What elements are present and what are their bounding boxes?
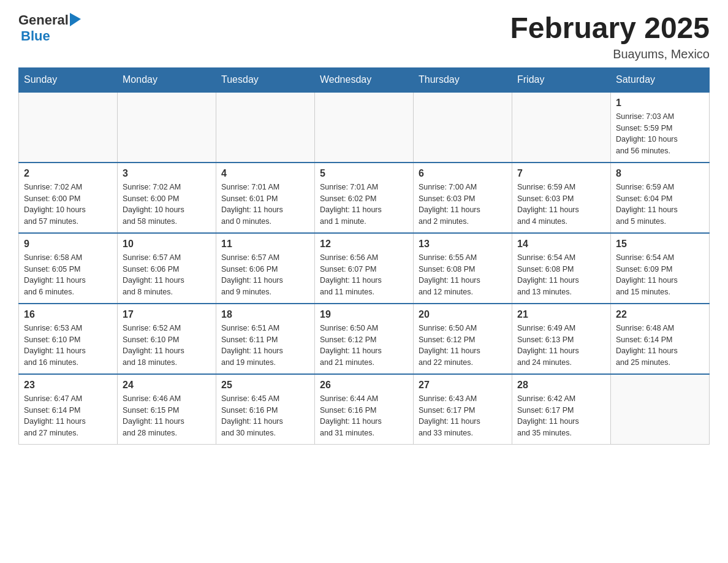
day-number: 4 — [221, 168, 309, 179]
logo-triangle-icon — [70, 13, 81, 26]
day-info: Sunrise: 7:01 AM Sunset: 6:01 PM Dayligh… — [221, 182, 309, 228]
day-number: 26 — [320, 380, 408, 391]
calendar-cell — [611, 374, 710, 445]
day-number: 13 — [419, 239, 507, 250]
calendar-cell: 7Sunrise: 6:59 AM Sunset: 6:03 PM Daylig… — [512, 163, 611, 233]
day-number: 1 — [616, 98, 704, 109]
month-title: February 2025 — [510, 12, 710, 45]
calendar-table: SundayMondayTuesdayWednesdayThursdayFrid… — [18, 67, 710, 445]
day-info: Sunrise: 6:43 AM Sunset: 6:17 PM Dayligh… — [419, 393, 507, 439]
day-number: 24 — [123, 380, 211, 391]
day-info: Sunrise: 7:00 AM Sunset: 6:03 PM Dayligh… — [419, 182, 507, 228]
day-info: Sunrise: 6:45 AM Sunset: 6:16 PM Dayligh… — [221, 393, 309, 439]
day-info: Sunrise: 7:01 AM Sunset: 6:02 PM Dayligh… — [320, 182, 408, 228]
location: Buayums, Mexico — [510, 47, 710, 61]
day-info: Sunrise: 6:59 AM Sunset: 6:04 PM Dayligh… — [616, 182, 704, 228]
calendar-cell: 4Sunrise: 7:01 AM Sunset: 6:01 PM Daylig… — [216, 163, 315, 233]
logo: General Blue — [18, 12, 81, 44]
day-number: 12 — [320, 239, 408, 250]
calendar-cell: 21Sunrise: 6:49 AM Sunset: 6:13 PM Dayli… — [512, 304, 611, 374]
day-number: 14 — [517, 239, 605, 250]
day-info: Sunrise: 6:42 AM Sunset: 6:17 PM Dayligh… — [517, 393, 605, 439]
day-info: Sunrise: 7:02 AM Sunset: 6:00 PM Dayligh… — [24, 182, 112, 228]
calendar-cell: 13Sunrise: 6:55 AM Sunset: 6:08 PM Dayli… — [414, 233, 512, 304]
day-number: 10 — [123, 239, 211, 250]
weekday-header-wednesday: Wednesday — [315, 67, 414, 92]
calendar-cell: 19Sunrise: 6:50 AM Sunset: 6:12 PM Dayli… — [315, 304, 414, 374]
calendar-cell: 25Sunrise: 6:45 AM Sunset: 6:16 PM Dayli… — [216, 374, 315, 445]
title-block: February 2025 Buayums, Mexico — [510, 12, 710, 61]
calendar-cell: 2Sunrise: 7:02 AM Sunset: 6:00 PM Daylig… — [19, 163, 118, 233]
calendar-cell — [216, 92, 315, 163]
week-row-5: 23Sunrise: 6:47 AM Sunset: 6:14 PM Dayli… — [19, 374, 710, 445]
calendar-cell: 12Sunrise: 6:56 AM Sunset: 6:07 PM Dayli… — [315, 233, 414, 304]
calendar-cell: 11Sunrise: 6:57 AM Sunset: 6:06 PM Dayli… — [216, 233, 315, 304]
calendar-cell: 15Sunrise: 6:54 AM Sunset: 6:09 PM Dayli… — [611, 233, 710, 304]
calendar-cell — [512, 92, 611, 163]
day-info: Sunrise: 6:56 AM Sunset: 6:07 PM Dayligh… — [320, 252, 408, 298]
calendar-cell: 17Sunrise: 6:52 AM Sunset: 6:10 PM Dayli… — [118, 304, 216, 374]
logo-general: General — [18, 12, 69, 28]
weekday-header-tuesday: Tuesday — [216, 67, 315, 92]
weekday-header-sunday: Sunday — [19, 67, 118, 92]
day-number: 20 — [419, 309, 507, 320]
calendar-cell: 24Sunrise: 6:46 AM Sunset: 6:15 PM Dayli… — [118, 374, 216, 445]
calendar-cell: 3Sunrise: 7:02 AM Sunset: 6:00 PM Daylig… — [118, 163, 216, 233]
day-number: 11 — [221, 239, 309, 250]
calendar-cell: 1Sunrise: 7:03 AM Sunset: 5:59 PM Daylig… — [611, 92, 710, 163]
week-row-3: 9Sunrise: 6:58 AM Sunset: 6:05 PM Daylig… — [19, 233, 710, 304]
calendar-cell: 10Sunrise: 6:57 AM Sunset: 6:06 PM Dayli… — [118, 233, 216, 304]
calendar-cell: 18Sunrise: 6:51 AM Sunset: 6:11 PM Dayli… — [216, 304, 315, 374]
day-info: Sunrise: 6:52 AM Sunset: 6:10 PM Dayligh… — [123, 323, 211, 369]
day-info: Sunrise: 6:47 AM Sunset: 6:14 PM Dayligh… — [24, 393, 112, 439]
weekday-header-row: SundayMondayTuesdayWednesdayThursdayFrid… — [19, 67, 710, 92]
day-number: 25 — [221, 380, 309, 391]
calendar-cell — [19, 92, 118, 163]
day-info: Sunrise: 6:58 AM Sunset: 6:05 PM Dayligh… — [24, 252, 112, 298]
day-info: Sunrise: 6:50 AM Sunset: 6:12 PM Dayligh… — [320, 323, 408, 369]
calendar-cell: 27Sunrise: 6:43 AM Sunset: 6:17 PM Dayli… — [414, 374, 512, 445]
day-number: 5 — [320, 168, 408, 179]
day-number: 19 — [320, 309, 408, 320]
calendar-cell: 14Sunrise: 6:54 AM Sunset: 6:08 PM Dayli… — [512, 233, 611, 304]
calendar-cell — [315, 92, 414, 163]
weekday-header-thursday: Thursday — [414, 67, 512, 92]
week-row-1: 1Sunrise: 7:03 AM Sunset: 5:59 PM Daylig… — [19, 92, 710, 163]
calendar-cell: 23Sunrise: 6:47 AM Sunset: 6:14 PM Dayli… — [19, 374, 118, 445]
day-info: Sunrise: 6:53 AM Sunset: 6:10 PM Dayligh… — [24, 323, 112, 369]
calendar-cell: 22Sunrise: 6:48 AM Sunset: 6:14 PM Dayli… — [611, 304, 710, 374]
day-number: 7 — [517, 168, 605, 179]
day-info: Sunrise: 6:48 AM Sunset: 6:14 PM Dayligh… — [616, 323, 704, 369]
calendar-cell: 6Sunrise: 7:00 AM Sunset: 6:03 PM Daylig… — [414, 163, 512, 233]
day-number: 9 — [24, 239, 112, 250]
logo-blue: Blue — [21, 28, 50, 44]
week-row-4: 16Sunrise: 6:53 AM Sunset: 6:10 PM Dayli… — [19, 304, 710, 374]
day-number: 22 — [616, 309, 704, 320]
calendar-cell: 16Sunrise: 6:53 AM Sunset: 6:10 PM Dayli… — [19, 304, 118, 374]
day-info: Sunrise: 6:55 AM Sunset: 6:08 PM Dayligh… — [419, 252, 507, 298]
day-info: Sunrise: 6:57 AM Sunset: 6:06 PM Dayligh… — [123, 252, 211, 298]
day-number: 23 — [24, 380, 112, 391]
day-number: 6 — [419, 168, 507, 179]
day-info: Sunrise: 7:03 AM Sunset: 5:59 PM Dayligh… — [616, 111, 704, 157]
day-info: Sunrise: 6:44 AM Sunset: 6:16 PM Dayligh… — [320, 393, 408, 439]
day-number: 16 — [24, 309, 112, 320]
calendar-cell: 9Sunrise: 6:58 AM Sunset: 6:05 PM Daylig… — [19, 233, 118, 304]
day-number: 15 — [616, 239, 704, 250]
day-info: Sunrise: 6:51 AM Sunset: 6:11 PM Dayligh… — [221, 323, 309, 369]
calendar-cell: 20Sunrise: 6:50 AM Sunset: 6:12 PM Dayli… — [414, 304, 512, 374]
day-info: Sunrise: 6:49 AM Sunset: 6:13 PM Dayligh… — [517, 323, 605, 369]
week-row-2: 2Sunrise: 7:02 AM Sunset: 6:00 PM Daylig… — [19, 163, 710, 233]
day-info: Sunrise: 6:54 AM Sunset: 6:09 PM Dayligh… — [616, 252, 704, 298]
day-info: Sunrise: 6:57 AM Sunset: 6:06 PM Dayligh… — [221, 252, 309, 298]
day-info: Sunrise: 6:54 AM Sunset: 6:08 PM Dayligh… — [517, 252, 605, 298]
page-header: General Blue February 2025 Buayums, Mexi… — [18, 12, 710, 61]
calendar-cell: 28Sunrise: 6:42 AM Sunset: 6:17 PM Dayli… — [512, 374, 611, 445]
day-number: 3 — [123, 168, 211, 179]
day-number: 2 — [24, 168, 112, 179]
day-number: 17 — [123, 309, 211, 320]
day-number: 8 — [616, 168, 704, 179]
day-number: 27 — [419, 380, 507, 391]
calendar-cell — [118, 92, 216, 163]
calendar-cell — [414, 92, 512, 163]
